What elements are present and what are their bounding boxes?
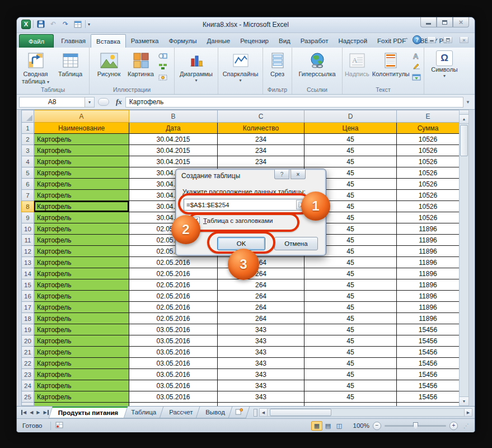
cell-qty[interactable] — [218, 403, 304, 406]
cell-qty[interactable]: 343 — [218, 380, 304, 391]
cell-sum[interactable]: 15456 — [397, 324, 460, 335]
row-header[interactable]: 20 — [22, 335, 34, 347]
cell-price[interactable]: 45 — [304, 347, 397, 358]
tab-formulas[interactable]: Формулы — [164, 34, 202, 48]
next-sheet-icon[interactable]: ▶ — [36, 410, 40, 415]
insert-worksheet-button[interactable] — [228, 407, 250, 418]
cell-sum[interactable]: 11896 — [397, 313, 460, 324]
cell-name[interactable]: Картофель — [34, 335, 129, 347]
cell-qty[interactable]: 264 — [218, 291, 304, 302]
row-header[interactable]: 19 — [22, 324, 34, 335]
cell-sum[interactable]: 11896 — [397, 235, 460, 246]
row-header[interactable]: 8 — [22, 201, 34, 212]
cell-price[interactable]: 45 — [304, 257, 397, 268]
minimize-button[interactable] — [420, 17, 437, 27]
cell-date[interactable]: 02.05.2016 — [129, 302, 218, 313]
cell-name[interactable]: Картофель — [34, 134, 129, 145]
cell-name[interactable]: Картофель — [34, 380, 129, 391]
cell-name[interactable]: Картофель — [34, 246, 129, 257]
cell-name[interactable]: Картофель — [34, 145, 129, 156]
tab-insert[interactable]: Вставка — [91, 34, 126, 48]
cell-price[interactable]: 45 — [304, 302, 397, 313]
cell-name[interactable]: Картофель — [34, 179, 129, 190]
zoom-in-button[interactable]: + — [449, 422, 458, 430]
shapes-icon[interactable] — [158, 52, 168, 60]
vertical-scroll-thumb[interactable] — [460, 125, 468, 156]
row-header[interactable]: 18 — [22, 313, 34, 324]
cell-name[interactable]: Картофель — [34, 190, 129, 201]
cell-name[interactable]: Картофель — [34, 302, 129, 313]
collapse-ribbon-icon[interactable]: ⌃ — [404, 38, 409, 42]
cell-name[interactable]: Картофель — [34, 291, 129, 302]
formula-input[interactable]: Картофель — [126, 97, 463, 108]
close-button[interactable]: × — [453, 17, 469, 27]
picture-button[interactable]: Рисунок — [93, 50, 125, 78]
cell-name[interactable]: Картофель — [34, 167, 129, 179]
slicer-button[interactable]: Срез — [265, 50, 290, 78]
cell-name[interactable]: Картофель — [34, 257, 129, 268]
tab-view[interactable]: Вид — [274, 34, 296, 48]
cell-sum[interactable]: 10526 — [397, 167, 460, 179]
tab-split-handle[interactable] — [254, 409, 257, 417]
cell-name[interactable]: Картофель — [34, 358, 129, 369]
workbook-close-button[interactable]: × — [460, 37, 468, 43]
cell-date[interactable]: 03.05.2016 — [129, 369, 218, 380]
hscroll-right-icon[interactable]: ▶ — [464, 408, 472, 417]
cell-date[interactable]: 02.05.2016 — [129, 268, 218, 279]
cell-qty[interactable]: 234 — [218, 134, 304, 145]
row-header[interactable]: 15 — [22, 279, 34, 291]
name-box-dropdown-icon[interactable]: ▾ — [85, 97, 95, 108]
cell-qty[interactable]: 264 — [218, 279, 304, 291]
cell-sum[interactable]: 11896 — [397, 279, 460, 291]
table-button[interactable]: Таблица — [53, 50, 88, 78]
prev-sheet-icon[interactable]: ◀ — [30, 410, 33, 415]
row-header[interactable]: 3 — [22, 145, 34, 156]
row-header[interactable]: 11 — [22, 235, 34, 246]
cell-date[interactable]: 02.05.2016 — [129, 291, 218, 302]
cell-sum[interactable]: 15456 — [397, 358, 460, 369]
cell-name[interactable]: Картофель — [34, 223, 129, 235]
cell-name[interactable]: Картофель — [34, 235, 129, 246]
cell-header-name[interactable]: Наименование — [34, 123, 129, 134]
charts-button[interactable]: Диаграммы ▾ — [176, 50, 217, 83]
cancel-button[interactable]: Отмена — [274, 237, 318, 250]
expand-formula-bar-icon[interactable]: ▼ — [463, 100, 472, 105]
tab-data[interactable]: Данные — [202, 34, 236, 48]
smartart-icon[interactable] — [158, 62, 168, 71]
select-all-corner[interactable] — [22, 110, 34, 123]
cell-name[interactable]: Картофель — [34, 212, 129, 223]
cell-date[interactable]: 03.05.2016 — [129, 324, 218, 335]
cell-price[interactable]: 45 — [304, 313, 397, 324]
row-header[interactable]: 13 — [22, 257, 34, 268]
cell-date[interactable]: 03.05.2016 — [129, 335, 218, 347]
name-box[interactable]: A8 — [19, 97, 85, 108]
sheet-tab-products[interactable]: Продукты питания — [48, 407, 128, 418]
zoom-out-button[interactable]: − — [373, 422, 381, 430]
hscroll-left-icon[interactable]: ◀ — [259, 408, 268, 417]
cell-sum[interactable]: 11896 — [397, 302, 460, 313]
cell-price[interactable]: 45 — [304, 369, 397, 380]
column-header-a[interactable]: A — [34, 110, 129, 123]
cell-date[interactable] — [129, 403, 218, 406]
cell-sum[interactable]: 10526 — [397, 212, 460, 223]
cell-price[interactable]: 45 — [304, 380, 397, 391]
row-header[interactable]: 9 — [22, 212, 34, 223]
cell-sum[interactable]: 10526 — [397, 156, 460, 167]
cell-name[interactable]: Картофель — [34, 156, 129, 167]
row-header[interactable]: 1 — [22, 123, 34, 134]
macro-record-icon[interactable] — [55, 422, 63, 430]
cell-date[interactable]: 30.04.2015 — [129, 145, 218, 156]
tab-file[interactable]: Файл — [19, 34, 54, 48]
row-header[interactable]: 22 — [22, 358, 34, 369]
cell-header-sum[interactable]: Сумма — [397, 123, 460, 134]
cell-qty[interactable]: 343 — [218, 358, 304, 369]
column-header-b[interactable]: B — [129, 110, 218, 123]
column-header-e[interactable]: E — [397, 110, 460, 123]
cell-qty[interactable]: 343 — [218, 391, 304, 403]
first-sheet-icon[interactable]: ◀ — [21, 410, 26, 415]
header-footer-button[interactable]: Колонтитулы — [372, 50, 410, 78]
dialog-help-button[interactable]: ? — [274, 170, 289, 179]
cell-price[interactable]: 45 — [304, 156, 397, 167]
help-icon[interactable]: ? — [413, 35, 421, 44]
cell-date[interactable]: 03.05.2016 — [129, 380, 218, 391]
